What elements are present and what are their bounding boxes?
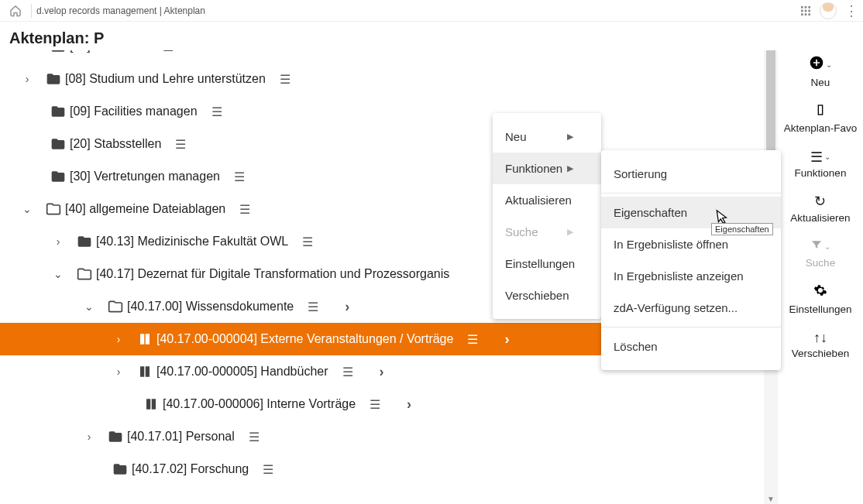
hamburger-icon[interactable]: ☰: [280, 72, 291, 87]
svg-rect-5: [808, 9, 810, 12]
menu-item-search[interactable]: Suche▶: [493, 216, 601, 248]
rail-label: Verschieben: [792, 348, 849, 360]
hamburger-icon[interactable]: ☰: [249, 430, 260, 444]
chevron-down-icon: ⌄: [824, 242, 830, 252]
svg-rect-1: [805, 6, 807, 9]
menu-item-new[interactable]: Neu▶: [493, 121, 601, 153]
svg-rect-2: [808, 6, 810, 9]
menu-item-zda[interactable]: zdA-Verfügung setzen...: [601, 292, 781, 324]
tree-label: [20] Stabsstellen: [68, 137, 161, 151]
chevron-right-icon: ▶: [567, 163, 573, 173]
refresh-icon: ↻: [814, 194, 826, 211]
tree-row[interactable]: › [40.17.02] Forschung ☰: [0, 453, 764, 485]
tree-label: [40] allgemeine Dateiablagen: [64, 202, 225, 216]
svg-rect-3: [801, 9, 803, 12]
hamburger-icon[interactable]: ☰: [263, 462, 273, 477]
folder-icon: [110, 461, 130, 477]
chevron-right-icon[interactable]: ›: [504, 331, 509, 348]
chevron-icon: ›: [31, 50, 48, 53]
chevron-right-icon[interactable]: ›: [19, 73, 36, 85]
hamburger-icon[interactable]: ☰: [342, 365, 353, 379]
tree-row[interactable]: › [40.17.01] Personal ☰: [0, 420, 764, 453]
tree-label: [40.17.00] Wissensdokumente: [125, 300, 294, 314]
menu-item-move[interactable]: Verschieben: [493, 279, 601, 311]
hamburger-icon[interactable]: ☰: [308, 300, 318, 314]
plus-circle-icon: [809, 55, 824, 75]
hamburger-icon[interactable]: ☰: [370, 397, 380, 412]
tree-row[interactable]: › [40.17.00-000006] Interne Vorträge ☰ ›: [0, 388, 764, 420]
chevron-right-icon[interactable]: ›: [110, 365, 127, 378]
rail-settings-button[interactable]: Einstellungen: [789, 283, 851, 316]
hamburger-icon[interactable]: ☰: [211, 105, 222, 119]
svg-rect-7: [805, 13, 807, 15]
menu-item-sort[interactable]: Sortierung: [601, 158, 781, 190]
folder-icon: [48, 169, 68, 184]
chevron-down-icon: ⌄: [824, 153, 830, 162]
chevron-right-icon[interactable]: ›: [345, 299, 349, 315]
rail-label: Funktionen: [795, 167, 847, 180]
rail-new-button[interactable]: ⌄ Neu: [809, 55, 832, 89]
svg-rect-6: [801, 13, 803, 15]
folder-outline-icon: [105, 299, 125, 314]
menu-item-refresh[interactable]: Aktualisieren: [493, 184, 601, 216]
gear-icon: [813, 283, 827, 302]
rail-favorites-button[interactable]: Aktenplan-Favo: [784, 103, 858, 135]
menu-item-settings[interactable]: Einstellungen: [493, 248, 601, 279]
context-menu: Neu▶ Funktionen▶ Aktualisieren Suche▶ Ei…: [493, 113, 601, 319]
avatar[interactable]: [820, 2, 837, 19]
menu-separator: [601, 327, 781, 327]
scroll-down-icon[interactable]: ▼: [764, 492, 778, 504]
menu-item-delete[interactable]: Löschen: [601, 331, 781, 362]
hamburger-icon: ☰: [810, 149, 823, 166]
chevron-right-icon[interactable]: ›: [380, 364, 384, 380]
chevron-right-icon: ▶: [567, 132, 573, 142]
filter-icon: [810, 238, 823, 255]
hamburger-icon[interactable]: ☰: [163, 50, 174, 54]
book-icon: [141, 397, 161, 411]
tree-label: [08] Studium und Lehre unterstützen: [64, 72, 266, 86]
chevron-right-icon[interactable]: ›: [81, 430, 98, 443]
rail-move-button[interactable]: ↑↓ Verschieben: [792, 330, 849, 361]
tree-row[interactable]: › [07] Einkaufen ☰: [0, 50, 764, 63]
rail-refresh-button[interactable]: ↻ Aktualisieren: [790, 194, 850, 225]
tree-label: [40.13] Medizinische Fakultät OWL: [95, 235, 288, 249]
hamburger-icon[interactable]: ☰: [302, 235, 313, 249]
chevron-right-icon[interactable]: ›: [50, 235, 67, 248]
bookmark-icon: [814, 103, 827, 122]
book-icon: [135, 365, 155, 379]
svg-rect-8: [808, 13, 810, 15]
menu-separator: [601, 193, 781, 194]
chevron-down-icon[interactable]: ⌄: [50, 268, 67, 280]
tree-label: [07] Einkaufen: [68, 50, 149, 53]
scroll-thumb[interactable]: [766, 50, 775, 164]
divider: [31, 4, 32, 18]
chevron-right-icon[interactable]: ›: [407, 396, 411, 413]
tree-row[interactable]: › [08] Studium und Lehre unterstützen ☰: [0, 63, 764, 95]
rail-label: Aktenplan-Favo: [784, 122, 858, 135]
folder-icon: [105, 429, 125, 444]
menu-item-show-results[interactable]: In Ergebnisliste anzeigen: [601, 260, 781, 292]
rail-search-button[interactable]: ⌄ Suche: [806, 238, 835, 269]
tree-label: [09] Facilities managen: [68, 105, 198, 118]
hamburger-icon[interactable]: ☰: [175, 137, 186, 152]
kebab-menu-icon[interactable]: ⋮: [844, 4, 858, 18]
hamburger-icon[interactable]: ☰: [234, 170, 245, 184]
rail-label: Suche: [806, 257, 835, 269]
swap-vert-icon: ↑↓: [813, 330, 827, 347]
tree-label: [40.17.00-000004] Externe Veranstaltunge…: [155, 332, 453, 346]
chevron-down-icon[interactable]: ⌄: [19, 203, 36, 215]
home-button[interactable]: [5, 0, 26, 22]
svg-rect-10: [818, 105, 822, 115]
svg-rect-4: [805, 9, 807, 12]
folder-icon: [48, 50, 68, 54]
menu-item-functions[interactable]: Funktionen▶: [493, 153, 601, 184]
folder-outline-icon: [74, 266, 95, 282]
apps-grid-icon[interactable]: [799, 5, 812, 17]
chevron-right-icon[interactable]: ›: [110, 333, 127, 345]
chevron-down-icon[interactable]: ⌄: [81, 300, 98, 313]
hamburger-icon[interactable]: ☰: [239, 202, 250, 217]
rail-functions-button[interactable]: ☰⌄ Funktionen: [795, 149, 847, 180]
hamburger-icon[interactable]: ☰: [467, 332, 478, 347]
context-submenu: Sortierung Eigenschaften In Ergebnislist…: [601, 150, 781, 370]
tree-row[interactable]: › [09] Facilities managen ☰: [0, 95, 764, 128]
